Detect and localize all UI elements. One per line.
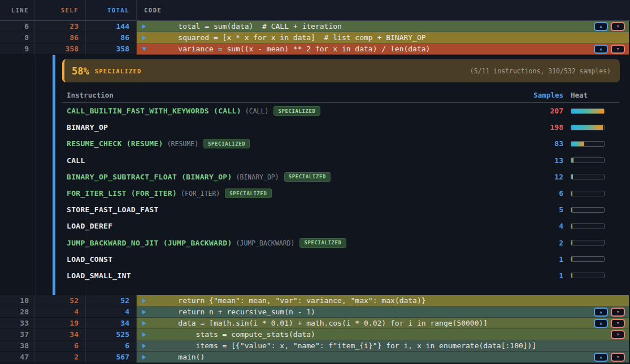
code-cell[interactable]: items = [{"value": x, "name": f"item_{i}… (137, 340, 629, 352)
heat-bar-fill (571, 109, 604, 113)
column-header-instruction: Instruction (67, 91, 524, 99)
line-number: 33 (0, 318, 35, 329)
expand-expander-icon[interactable] (142, 299, 146, 303)
heat-cell (563, 240, 615, 245)
expand-expander-icon[interactable] (142, 24, 146, 29)
instruction-row: JUMP_BACKWARD_NO_JIT (JUMP_BACKWARD)(JUM… (62, 235, 620, 251)
expand-expander-icon[interactable] (142, 332, 146, 337)
navigate-up-button[interactable]: ▲ (594, 353, 608, 362)
navigate-down-button[interactable]: ▼ (611, 22, 625, 31)
code-cell[interactable]: variance = sum((x - mean) ** 2 for x in … (137, 43, 629, 55)
expand-expander-icon[interactable] (142, 321, 146, 326)
self-samples: 6 (35, 340, 86, 352)
instruction-row: CALL13 (62, 152, 620, 169)
self-samples: 23 (35, 21, 86, 32)
navigate-up-button[interactable]: ▲ (594, 319, 608, 328)
navigate-down-button[interactable]: ▼ (611, 330, 625, 339)
code-row[interactable]: 472567 main()▲▼ (0, 352, 630, 363)
navigate-up-button[interactable]: ▲ (594, 308, 608, 317)
source-code-text: return n + recursive_sum(n - 1) (137, 306, 629, 318)
column-header-heat: Heat (563, 91, 615, 99)
expand-expander-icon[interactable] (142, 310, 146, 314)
instruction-row: RESUME_CHECK (RESUME)(RESUME)SPECIALIZED… (62, 135, 620, 152)
column-header-self[interactable]: SELF (35, 0, 86, 20)
code-row[interactable]: 3866 items = [{"value": x, "name": f"ite… (0, 340, 630, 352)
total-samples: 4 (86, 306, 137, 318)
self-samples: 19 (35, 318, 86, 329)
sample-count: 4 (524, 222, 563, 230)
specialized-badge: SPECIALIZED (273, 106, 320, 116)
heat-bar-fill (571, 191, 572, 196)
code-cell[interactable]: return n + recursive_sum(n - 1)▲▼ (137, 306, 629, 318)
heat-bar (571, 125, 605, 130)
heat-cell (563, 223, 615, 229)
code-rows-top: 623144 total = sum(data) # CALL + iterat… (0, 21, 630, 55)
code-cell[interactable]: main()▲▼ (137, 352, 629, 363)
column-header-line[interactable]: LINE (0, 0, 35, 20)
code-rows-bottom: 105252 return {"mean": mean, "var": vari… (0, 295, 630, 363)
expand-expander-icon[interactable] (142, 344, 146, 348)
specialization-detail: (5/11 instructions, 310/532 samples) (470, 67, 611, 75)
self-samples: 34 (35, 329, 86, 340)
specialized-badge: SPECIALIZED (203, 139, 250, 148)
expand-expander-icon[interactable] (142, 36, 146, 40)
instruction-rows: CALL_BUILTIN_FAST_WITH_KEYWORDS (CALL)(C… (62, 103, 620, 284)
navigate-up-button[interactable]: ▲ (594, 22, 608, 31)
total-samples: 358 (86, 43, 137, 55)
sample-count: 198 (524, 123, 563, 131)
code-row[interactable]: 623144 total = sum(data) # CALL + iterat… (0, 21, 630, 32)
code-cell[interactable]: stats = compute_stats(data)▼ (137, 329, 629, 340)
code-row[interactable]: 9358358 variance = sum((x - mean) ** 2 f… (0, 43, 630, 55)
instruction-name: JUMP_BACKWARD_NO_JIT (JUMP_BACKWARD)(JUM… (67, 238, 524, 248)
code-row[interactable]: 105252 return {"mean": mean, "var": vari… (0, 295, 630, 306)
table-header: LINE SELF TOTAL CODE (0, 0, 630, 21)
specialized-badge: SPECIALIZED (299, 238, 346, 248)
navigate-down-button[interactable]: ▼ (611, 319, 625, 328)
heat-bar (571, 256, 605, 262)
navigate-down-button[interactable]: ▼ (611, 45, 625, 54)
self-samples: 2 (35, 352, 86, 363)
sample-count: 1 (524, 255, 563, 264)
sample-count: 83 (524, 139, 563, 148)
heat-bar-fill (571, 240, 572, 245)
code-cell[interactable]: data = [math.sin(i * 0.01) + math.cos(i … (137, 318, 629, 329)
instruction-name: RESUME_CHECK (RESUME)(RESUME)SPECIALIZED (67, 139, 524, 148)
code-row[interactable]: 3734525 stats = compute_stats(data)▼ (0, 329, 630, 340)
source-code-text: return {"mean": mean, "var": variance, "… (137, 295, 629, 306)
line-number: 8 (0, 32, 35, 43)
heat-bar (571, 108, 605, 114)
collapse-expander-icon[interactable] (142, 47, 146, 51)
code-cell[interactable]: squared = [x * x for x in data] # list c… (137, 32, 629, 43)
column-divider (35, 55, 36, 295)
total-samples: 144 (86, 21, 137, 32)
heat-bar-fill (571, 158, 573, 163)
instruction-name: STORE_FAST_LOAD_FAST (67, 205, 524, 214)
code-row[interactable]: 331934 data = [math.sin(i * 0.01) + math… (0, 318, 630, 329)
instruction-base-name: (FOR_ITER) (181, 190, 220, 198)
code-row[interactable]: 88686 squared = [x * x for x in data] # … (0, 32, 630, 43)
code-row[interactable]: 2844 return n + recursive_sum(n - 1)▲▼ (0, 306, 630, 318)
instruction-name: FOR_ITER_LIST (FOR_ITER)(FOR_ITER)SPECIA… (67, 188, 524, 198)
source-code-text: data = [math.sin(i * 0.01) + math.cos(i … (137, 318, 629, 329)
line-number: 9 (0, 43, 35, 55)
specialization-percent: 58% (72, 65, 89, 77)
heat-cell (563, 174, 615, 179)
expansion-indicator-bar (53, 55, 55, 295)
navigate-down-button[interactable]: ▼ (611, 308, 625, 317)
column-header-samples[interactable]: Samples (524, 91, 563, 99)
column-header-total[interactable]: TOTAL (86, 0, 137, 20)
navigate-up-button[interactable]: ▲ (594, 45, 608, 54)
code-cell[interactable]: return {"mean": mean, "var": variance, "… (137, 295, 629, 306)
expand-expander-icon[interactable] (142, 355, 146, 359)
line-number: 28 (0, 306, 35, 318)
instruction-row: FOR_ITER_LIST (FOR_ITER)(FOR_ITER)SPECIA… (62, 185, 620, 201)
instruction-row: CALL_BUILTIN_FAST_WITH_KEYWORDS (CALL)(C… (62, 103, 620, 119)
instruction-row: LOAD_SMALL_INT1 (62, 267, 620, 284)
line-number: 10 (0, 295, 35, 306)
total-samples: 567 (86, 352, 137, 363)
navigate-down-button[interactable]: ▼ (611, 353, 625, 362)
heat-bar-fill (571, 257, 572, 261)
code-cell[interactable]: total = sum(data) # CALL + iteration▲▼ (137, 21, 629, 32)
instruction-base-name: (CALL) (245, 107, 269, 115)
heat-bar (571, 273, 605, 278)
